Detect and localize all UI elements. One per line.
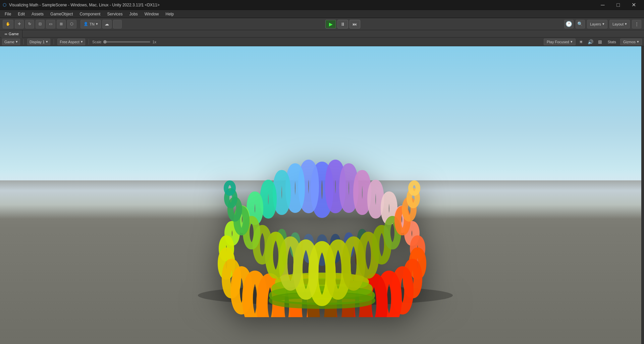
scene-canvas [0,46,644,344]
scale-slider-thumb [103,40,107,44]
play-button[interactable]: ▶ [325,20,336,28]
play-focused-button[interactable]: Play Focused ▾ [544,39,576,45]
separator-2 [54,39,54,45]
transform-tool[interactable]: ⊞ [57,20,66,28]
right-edge-bar [641,46,644,344]
menu-services[interactable]: Services [104,11,126,17]
svg-point-63 [226,183,233,193]
menu-file[interactable]: File [1,11,14,17]
scale-tool[interactable]: ⊡ [36,20,45,28]
play-focused-label: Play Focused [547,40,569,44]
viewport [0,46,644,344]
display-label: Display 1 [30,40,45,44]
gizmos-dropdown-icon: ▾ [637,40,639,44]
layout-dropdown-icon: ▾ [625,22,627,26]
game-toolbar: Game ▾ Display 1 ▾ Free Aspect ▾ Scale 1… [0,38,644,46]
menu-jobs[interactable]: Jobs [126,11,141,17]
title-text: Visualizing Math - SampleScene - Windows… [9,3,160,7]
game-label: Game [4,40,14,44]
app-icon: ⬡ [3,2,6,7]
mute-button[interactable]: 🔊 [587,39,594,45]
play-focused-dropdown-icon: ▾ [571,40,573,44]
layout-button[interactable]: Layout ▾ [609,20,630,28]
tab-game-label: Game [9,32,19,36]
toolbar-right: 🕐 🔍 Layers ▾ Layout ▾ ⋮ [564,20,641,28]
play-controls: ▶ ⏸ ⏭ [123,20,563,28]
menu-help[interactable]: Help [162,11,177,17]
stats-button[interactable]: Stats [606,39,618,45]
display-dropdown[interactable]: Display 1 ▾ [27,39,50,45]
title-bar: ⬡ Visualizing Math - SampleScene - Windo… [0,0,644,10]
layers-dropdown-icon: ▾ [602,22,604,26]
menu-window[interactable]: Window [141,11,162,17]
account-button[interactable]: 👤 TN ▾ [80,20,101,28]
minimize-button[interactable]: ─ [595,0,610,10]
window-controls: ─ □ ✕ [595,0,641,10]
menu-component[interactable]: Component [76,11,104,17]
game-dropdown-icon: ▾ [16,40,18,44]
collab-button[interactable] [113,20,122,28]
svg-point-8 [264,184,273,215]
rotate-tool[interactable]: ↻ [25,20,34,28]
svg-point-5 [358,174,367,211]
account-label: TN [90,22,95,26]
torus-group [222,165,422,317]
layers-button[interactable]: Layers ▾ [587,20,607,28]
aspect-dropdown[interactable]: Free Aspect ▾ [57,39,85,45]
tab-game[interactable]: ∞ Game [1,30,22,38]
close-button[interactable]: ✕ [626,0,641,10]
search-button[interactable]: 🔍 [576,20,585,28]
gizmos-button[interactable]: Gizmos ▾ [620,39,642,45]
menu-gameobject[interactable]: GameObject [47,11,76,17]
menu-edit[interactable]: Edit [14,11,28,17]
menu-bar: File Edit Assets GameObject Component Se… [0,10,644,18]
menu-assets[interactable]: Assets [28,11,47,17]
scale-value: 1x [152,40,156,44]
account-icon: 👤 [84,22,88,26]
history-button[interactable]: 🕐 [564,20,574,28]
scale-label: Scale [92,40,102,44]
separator-1 [23,39,24,45]
tab-bar: ∞ Game [0,30,644,38]
display-dropdown-icon: ▾ [46,40,48,44]
cloud-button[interactable]: ☁ [102,20,112,28]
scale-slider[interactable] [103,41,150,43]
game-tab-icon: ∞ [5,32,7,36]
game-dropdown[interactable]: Game ▾ [2,39,20,45]
svg-point-3 [344,168,354,208]
game-right-controls: Play Focused ▾ ☀ 🔊 ⊞ Stats Gizmos ▾ [544,39,642,45]
rect-tool[interactable]: ▭ [46,20,55,28]
main-toolbar: ✋ ✛ ↻ ⊡ ▭ ⊞ ⬡ 👤 TN ▾ ☁ ▶ ⏸ ⏭ 🕐 🔍 Layers … [0,18,644,30]
svg-point-67 [411,183,418,193]
display-grid-button[interactable]: ⊞ [596,39,604,45]
layers-label: Layers [590,22,601,26]
separator-3 [89,39,89,45]
maximize-game-button[interactable]: ☀ [578,39,585,45]
torus-object [184,143,460,317]
aspect-dropdown-icon: ▾ [81,40,83,44]
step-button[interactable]: ⏭ [350,20,360,28]
custom-tool[interactable]: ⬡ [67,20,76,28]
svg-point-4 [290,168,300,208]
layout-label: Layout [612,22,624,26]
aspect-label: Free Aspect [60,40,79,44]
hand-tool[interactable]: ✋ [3,20,13,28]
maximize-button[interactable]: □ [610,0,626,10]
account-dropdown-icon: ▾ [96,22,98,26]
pause-button[interactable]: ⏸ [337,20,348,28]
svg-point-7 [371,184,380,215]
more-button[interactable]: ⋮ [632,20,641,28]
move-tool[interactable]: ✛ [15,20,24,28]
gizmos-label: Gizmos [623,40,636,44]
svg-point-6 [277,174,286,211]
